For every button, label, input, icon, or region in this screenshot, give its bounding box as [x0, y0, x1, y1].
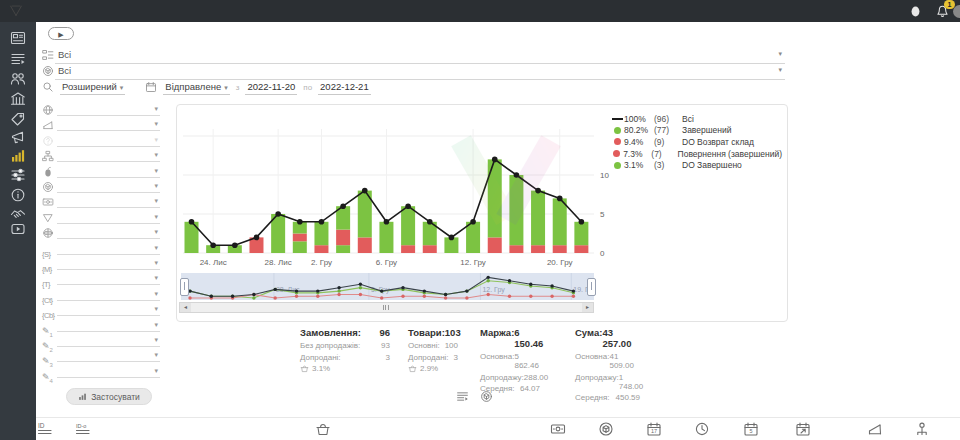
brace-icon: {Ct}: [42, 289, 54, 301]
filter-row-globe-grid[interactable]: ▾: [42, 227, 160, 242]
svg-text:6. Гру: 6. Гру: [376, 258, 397, 267]
cube-view-icon[interactable]: [480, 390, 493, 403]
scroll-right-button[interactable]: ▸: [582, 303, 593, 312]
legend-item[interactable]: 9.4%(9)DO Возврат склад: [610, 136, 782, 148]
pen-icon: ✎2: [42, 335, 54, 347]
legend-item[interactable]: 7.3%(7)Повернення (завершений): [610, 148, 782, 160]
toolbar-id-lines-icon-ID[interactable]: ID: [37, 421, 53, 437]
filter-row-pen-2[interactable]: ✎2▾: [42, 335, 160, 350]
legend-dot-marker: [614, 162, 621, 169]
stat-title-row: Сума:43 257.00: [575, 327, 640, 349]
toolbar-id-dash-icon-ID-o[interactable]: ID-o: [75, 421, 91, 437]
svg-text:10: 10: [600, 171, 609, 180]
filter-row-brace-Cb[interactable]: {Cb}▾: [42, 304, 160, 319]
filter-row-banknote[interactable]: ▾: [42, 196, 160, 211]
scrollbar-grip[interactable]: [383, 305, 389, 310]
toolbar-calendar-num-icon-17[interactable]: 17: [646, 421, 662, 437]
play-button[interactable]: ▶: [48, 27, 74, 40]
sidebar-card-icon[interactable]: [10, 30, 26, 46]
sidebar-handshake-icon[interactable]: [10, 206, 26, 222]
filter-row-globe[interactable]: ▾: [42, 104, 160, 119]
chevron-down-icon: ▾: [154, 290, 158, 298]
stat-sub-row: Допродані:3: [408, 353, 458, 362]
filter-row-seed[interactable]: ▾: [42, 166, 160, 181]
mini-chart-icon: [78, 392, 87, 401]
filter-row-funnel[interactable]: ▾: [42, 212, 160, 227]
brace-icon: {Cb}: [42, 304, 54, 316]
sidebar-warehouse-icon[interactable]: [10, 91, 26, 107]
svg-text:24. Лис: 24. Лис: [200, 258, 227, 267]
sidebar-order-list-icon[interactable]: [10, 51, 26, 67]
chevron-down-icon: ▾: [154, 321, 158, 329]
chart-legend: 100%(96)Всі80.2%(77)Завершений9.4%(9)DO …: [610, 113, 782, 171]
chevron-down-icon: ▾: [154, 259, 158, 267]
svg-text:28. Лис: 28. Лис: [265, 258, 292, 267]
apply-button[interactable]: Застосувати: [66, 388, 152, 405]
help-circle-icon: [42, 135, 54, 147]
filter-row-brace-Ct[interactable]: {Ct}▾: [42, 289, 160, 304]
navigator-left-handle[interactable]: [180, 278, 189, 296]
svg-text:5: 5: [600, 210, 605, 219]
toolbar-package-icon[interactable]: [598, 421, 614, 437]
brace-icon: {S}: [42, 243, 54, 255]
filter-row-pen-4[interactable]: ✎4▾: [42, 366, 160, 381]
app-logo-icon[interactable]: [7, 2, 25, 20]
filter-row-ruler[interactable]: ▾: [42, 119, 160, 134]
legend-item[interactable]: 100%(96)Всі: [610, 113, 782, 125]
package-icon: [42, 181, 54, 193]
sidebar-video-icon[interactable]: [10, 221, 26, 237]
toolbar-clock-icon[interactable]: [694, 421, 710, 437]
package-icon: [42, 65, 54, 77]
filter-row-pen-3[interactable]: ✎3▾: [42, 350, 160, 365]
filter-row-brace-M[interactable]: {M}▾: [42, 258, 160, 273]
sidebar-promo-tag-icon[interactable]: [10, 111, 26, 127]
chevron-down-icon: ▾: [154, 136, 158, 144]
search-icon[interactable]: [42, 81, 54, 93]
sidebar-info-icon[interactable]: [10, 187, 26, 203]
date-from-input[interactable]: 2022-11-20: [245, 81, 297, 95]
search-mode-select[interactable]: Розширений▾: [60, 81, 125, 95]
legend-line-marker: [612, 118, 623, 120]
filter-row-help-circle[interactable]: ▾: [42, 135, 160, 150]
date-field-select[interactable]: Відправлене▾: [163, 81, 229, 95]
sidebar-analytics-icon[interactable]: [10, 148, 26, 164]
toolbar-banknote-icon[interactable]: [550, 421, 566, 437]
svg-text:ID-o: ID-o: [76, 423, 86, 429]
legend-dot-marker: [614, 127, 621, 134]
navigator-right-handle[interactable]: [587, 278, 596, 296]
sidebar-users-icon[interactable]: [10, 71, 26, 87]
search-row: Розширений▾ Відправлене▾ з 2022-11-20 по…: [42, 81, 371, 96]
stat-sub-row: Допродажу:1 748.00: [575, 373, 640, 391]
profile-icon[interactable]: [908, 4, 923, 19]
product-filter-select[interactable]: Всі ▾: [55, 64, 785, 80]
globe-grid-icon: [42, 227, 54, 239]
toolbar-calendar-num-icon-5[interactable]: 5: [743, 421, 759, 437]
toolbar-basket-icon[interactable]: [315, 421, 331, 437]
toolbar-ruler-icon[interactable]: [867, 421, 883, 437]
toolbar-calendar-arrow-icon[interactable]: [795, 421, 811, 437]
list-view-icon[interactable]: [456, 390, 469, 403]
legend-item[interactable]: 80.2%(77)Завершений: [610, 125, 782, 137]
date-to-input[interactable]: 2022-12-21: [318, 81, 371, 95]
pen-icon: ✎1: [42, 320, 54, 332]
sitemap-icon: [42, 150, 54, 162]
scroll-left-button[interactable]: ◂: [180, 303, 191, 312]
topbar: 1: [0, 0, 960, 22]
bell-icon[interactable]: 1: [935, 4, 950, 19]
avatar[interactable]: [953, 5, 960, 18]
legend-item[interactable]: 3.1%(3)DO Завершено: [610, 159, 782, 171]
chevron-down-icon: ▾: [154, 305, 158, 313]
sidebar-megaphone-icon[interactable]: [10, 130, 26, 146]
globe-icon: [42, 104, 54, 116]
chart-scrollbar[interactable]: ◂ ▸: [179, 302, 594, 313]
filter-row-package[interactable]: ▾: [42, 181, 160, 196]
filter-row-sitemap[interactable]: ▾: [42, 150, 160, 165]
status-filter-select[interactable]: Всі ▾: [55, 48, 785, 64]
toolbar-sitemap-person-icon[interactable]: [914, 421, 930, 437]
filter-row-pen-1[interactable]: ✎1▾: [42, 320, 160, 335]
filter-row-brace-T[interactable]: {T}▾: [42, 273, 160, 288]
chevron-down-icon: ▾: [154, 105, 158, 113]
chart-navigator[interactable]: 28. Лис5. Гру12. Гру19. Гру: [181, 273, 594, 300]
sidebar-sliders-icon[interactable]: [10, 167, 26, 183]
filter-row-brace-S[interactable]: {S}▾: [42, 243, 160, 258]
